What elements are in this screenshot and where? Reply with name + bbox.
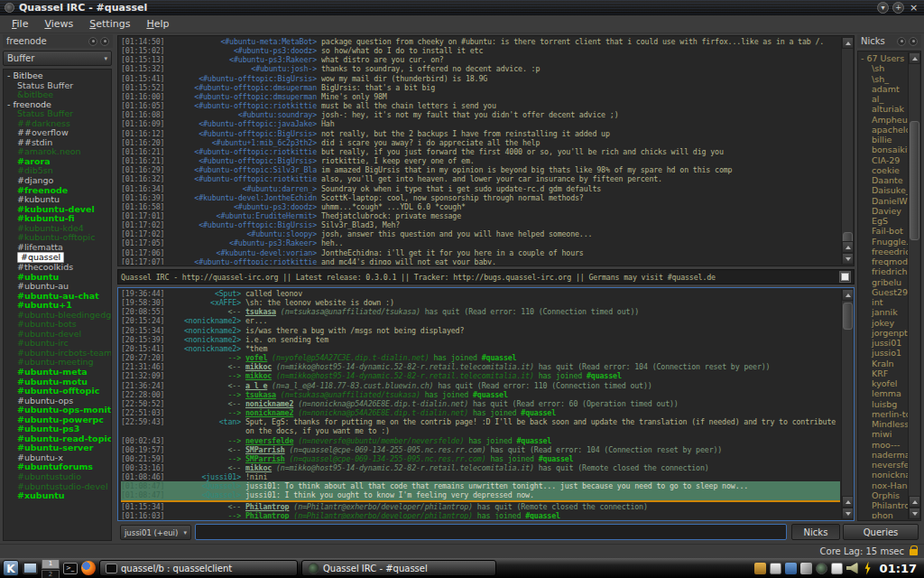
nick-item[interactable]: billie <box>860 135 908 144</box>
buffer-item[interactable]: Status Buffer <box>4 109 111 119</box>
nick-item[interactable]: Daante <box>860 175 908 185</box>
nick-item[interactable]: neversfe... <box>860 460 908 470</box>
tab-queries[interactable]: Queries <box>843 524 919 540</box>
buffer-item[interactable]: #kubuntu-offtopic <box>4 233 111 243</box>
buffer-item[interactable]: #ubuntu-ps3 <box>4 424 111 434</box>
tray-tool-icon[interactable] <box>800 563 812 574</box>
buffer-item[interactable]: #ubuntu-powerpc <box>4 415 111 425</box>
nick-item[interactable]: Orphis <box>860 490 908 500</box>
buffer-item[interactable]: #quassel <box>4 252 111 263</box>
buffer-item[interactable]: #ubuntu-irc <box>4 339 111 349</box>
nick-scrollbar[interactable] <box>908 52 919 519</box>
buffer-item[interactable]: #arora <box>4 157 111 167</box>
buffer-item[interactable]: #ubuntu-meta <box>4 368 111 378</box>
nick-item[interactable]: nox-Hand <box>860 480 908 490</box>
buffer-item[interactable]: #thecoolkids <box>4 263 111 273</box>
buffer-item[interactable]: #ubuntu-motu <box>4 378 111 387</box>
close-button[interactable]: × <box>908 2 919 14</box>
buffer-item[interactable]: #xubuntu <box>4 491 111 501</box>
dock-close-icon[interactable] <box>909 37 918 46</box>
kmenu-icon[interactable]: K <box>3 560 19 576</box>
scroll-up-icon[interactable] <box>842 496 854 508</box>
buffer-item[interactable]: #ubuntustudio-devel <box>4 482 111 492</box>
tray-monitor-icon[interactable] <box>785 563 797 574</box>
menu-settings[interactable]: Settings <box>81 16 138 32</box>
buffer-item[interactable]: #ubuntu <box>4 273 111 283</box>
nick-item[interactable]: freqmod... <box>860 256 908 266</box>
buffer-item[interactable]: #dib5sn <box>4 166 111 176</box>
menu-views[interactable]: Views <box>36 16 81 32</box>
buffer-item[interactable]: #amarok.neon <box>4 147 111 157</box>
nick-item[interactable]: Ampheus <box>860 115 908 125</box>
scrollbar-thumb[interactable] <box>843 303 853 330</box>
buffer-item[interactable]: &bitlbee <box>4 90 111 100</box>
firefox-icon[interactable] <box>81 561 96 575</box>
nick-item[interactable]: alturiak <box>860 104 908 114</box>
nick-item[interactable]: jorgenpt <box>860 328 908 338</box>
taskbar-button-quassel-irc[interactable]: Quassel IRC - #quassel <box>301 560 496 576</box>
nick-item[interactable]: \sh_ <box>860 74 908 84</box>
nick-item[interactable]: apachelo... <box>860 125 908 135</box>
pager-desktop-1[interactable]: 1 <box>42 559 60 569</box>
nick-item[interactable]: Kraln <box>860 359 908 368</box>
nick-item[interactable]: luisbg <box>860 399 908 409</box>
buffer-item[interactable]: #kubuntu-devel <box>4 205 111 215</box>
chat-monitor-scrollbar[interactable] <box>841 37 853 265</box>
buffer-item[interactable]: #ubuntu-x <box>4 453 111 463</box>
nick-item[interactable]: jannik <box>860 307 908 317</box>
nick-item[interactable]: int <box>860 297 908 307</box>
buffer-item[interactable]: #ubuntu-au-chat <box>4 292 111 302</box>
menu-help[interactable]: Help <box>138 16 177 32</box>
scroll-up-icon[interactable] <box>909 52 920 64</box>
scroll-up-icon[interactable] <box>842 37 854 49</box>
nick-item[interactable]: Mindless` <box>860 419 908 429</box>
scroll-down-icon[interactable] <box>842 253 854 265</box>
nick-item[interactable]: miwi <box>860 429 908 439</box>
nick-item[interactable]: phon <box>860 510 908 518</box>
tray-folder-icon[interactable] <box>754 563 766 574</box>
scroll-down-icon[interactable] <box>842 508 854 519</box>
topic-text[interactable]: Quassel IRC - http://quassel-irc.org || … <box>121 273 836 282</box>
nick-item[interactable]: Daisuke_... <box>860 185 908 195</box>
nick-item[interactable]: naderman <box>860 450 908 460</box>
buffer-item[interactable]: #ubuntustudio <box>4 472 111 482</box>
desktop-pager[interactable]: 1 2 <box>42 559 60 577</box>
buffer-item[interactable]: #ubuntuforums <box>4 462 111 472</box>
buffer-item[interactable]: #freenode <box>4 186 111 196</box>
scroll-down-icon[interactable] <box>909 508 920 519</box>
tab-nicks[interactable]: Nicks <box>791 524 840 540</box>
nick-item[interactable]: jussio1 <box>860 348 908 358</box>
scroll-up-icon[interactable] <box>842 289 854 301</box>
tray-speaker-icon[interactable] <box>846 563 858 574</box>
buffer-item[interactable]: #ubuntu-ircbots-team <box>4 349 111 359</box>
nick-item[interactable]: Guest29... <box>860 287 908 297</box>
buffer-item[interactable]: ##stdin <box>4 138 111 148</box>
tray-clipboard-icon[interactable] <box>770 563 781 574</box>
maximize-button[interactable]: + <box>892 2 904 14</box>
nick-item[interactable]: DanielW <box>860 196 908 206</box>
nick-dock-header[interactable]: Nicks <box>857 34 921 48</box>
buffer-item[interactable]: #lifematta <box>4 243 111 253</box>
buffer-item[interactable]: #ubuntu-ops <box>4 396 111 406</box>
nick-item[interactable]: Philantrop <box>860 500 908 510</box>
nick-item[interactable]: kyofel <box>860 378 908 388</box>
pager-desktop-2[interactable]: 2 <box>42 570 60 578</box>
buffer-item[interactable]: ##darkness <box>4 119 111 129</box>
buffer-item[interactable]: #kubuntu-kde4 <box>4 224 111 234</box>
nick-item[interactable]: nonickna... <box>860 470 908 480</box>
dock-float-icon[interactable] <box>897 37 906 46</box>
terminal-icon[interactable]: >_ <box>63 563 78 574</box>
buffer-item[interactable]: #kubuntu-fi <box>4 214 111 224</box>
buffer-item[interactable]: #django <box>4 176 111 186</box>
scrollbar-thumb[interactable] <box>910 121 919 240</box>
tray-mail-icon[interactable] <box>831 563 843 574</box>
nick-item[interactable]: bonsaikit... <box>860 144 908 154</box>
nick-item[interactable]: jokey <box>860 318 908 328</box>
nick-item[interactable]: freeedrich| <box>860 247 908 256</box>
nick-item[interactable]: Fnuggle... <box>860 237 908 247</box>
buffer-item[interactable]: #ubuntu+1 <box>4 301 111 311</box>
buffer-item[interactable]: - freenode <box>4 100 111 110</box>
shade-button[interactable]: ▾ <box>877 2 889 14</box>
identity-combobox[interactable]: jussi01 (+eui) ▾ <box>120 525 191 540</box>
buffer-item[interactable]: #ubuntu-bots <box>4 320 111 330</box>
